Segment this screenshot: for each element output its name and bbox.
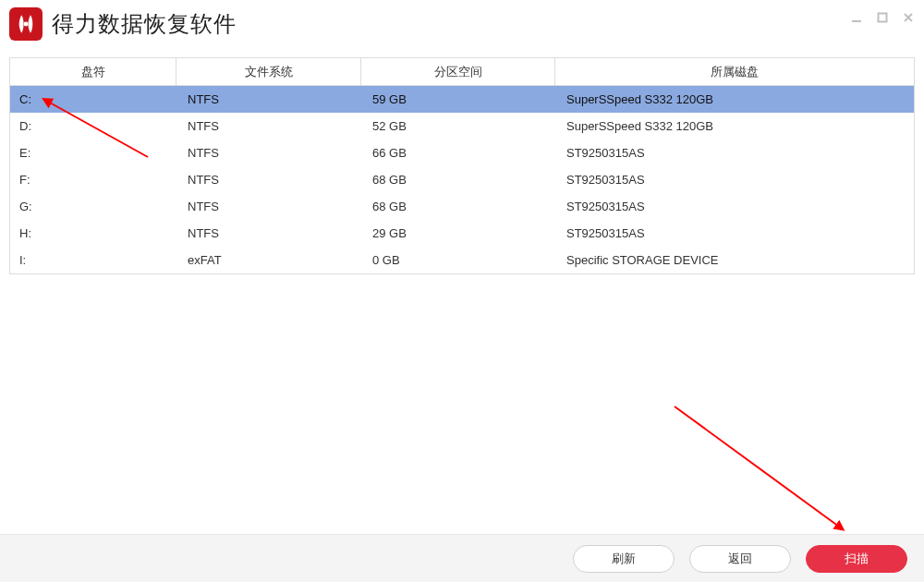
cell-drive: G: xyxy=(10,200,176,213)
app-logo-icon xyxy=(9,7,43,41)
cell-filesystem: NTFS xyxy=(176,200,361,213)
cell-size: 59 GB xyxy=(361,92,555,106)
svg-point-0 xyxy=(24,22,29,27)
cell-drive: D: xyxy=(10,119,176,133)
footer-bar: 刷新 返回 扫描 xyxy=(0,534,924,582)
table-header: 盘符 文件系统 分区空间 所属磁盘 xyxy=(10,58,914,86)
cell-size: 68 GB xyxy=(361,173,555,187)
cell-size: 0 GB xyxy=(361,253,555,267)
cell-drive: I: xyxy=(10,253,176,267)
back-button[interactable]: 返回 xyxy=(689,545,791,573)
app-window: 得力数据恢复软件 盘符 文件系统 分区空间 所属磁盘 C:NTFS59 GBSu… xyxy=(0,0,924,582)
table-row[interactable]: D:NTFS52 GBSuperSSpeed S332 120GB xyxy=(10,113,914,139)
cell-drive: E: xyxy=(10,146,176,160)
cell-filesystem: NTFS xyxy=(176,146,361,160)
table-row[interactable]: H:NTFS29 GBST9250315AS xyxy=(10,220,914,247)
col-header-drive: 盘符 xyxy=(10,58,176,86)
table-row[interactable]: C:NTFS59 GBSuperSSpeed S332 120GB xyxy=(10,86,914,113)
cell-disk: ST9250315AS xyxy=(555,226,914,240)
window-controls xyxy=(850,11,915,24)
minimize-icon[interactable] xyxy=(850,11,863,24)
col-header-size: 分区空间 xyxy=(361,58,555,86)
table-row[interactable]: G:NTFS68 GBST9250315AS xyxy=(10,193,914,220)
cell-disk: ST9250315AS xyxy=(555,200,914,213)
cell-disk: Specific STORAGE DEVICE xyxy=(555,253,914,267)
cell-filesystem: exFAT xyxy=(176,253,361,267)
table-row[interactable]: E:NTFS66 GBST9250315AS xyxy=(10,139,914,166)
cell-size: 29 GB xyxy=(361,226,555,240)
scan-button[interactable]: 扫描 xyxy=(806,545,907,573)
col-header-disk: 所属磁盘 xyxy=(555,58,914,86)
cell-size: 68 GB xyxy=(361,200,555,213)
table-row[interactable]: F:NTFS68 GBST9250315AS xyxy=(10,166,914,193)
cell-size: 52 GB xyxy=(361,119,555,133)
cell-filesystem: NTFS xyxy=(176,119,361,133)
cell-drive: F: xyxy=(10,173,176,187)
svg-rect-2 xyxy=(879,14,887,22)
cell-drive: H: xyxy=(10,226,176,240)
cell-filesystem: NTFS xyxy=(176,173,361,187)
cell-filesystem: NTFS xyxy=(176,226,361,240)
cell-filesystem: NTFS xyxy=(176,92,361,106)
refresh-button[interactable]: 刷新 xyxy=(573,545,675,573)
cell-disk: ST9250315AS xyxy=(555,173,914,187)
close-icon[interactable] xyxy=(902,11,915,24)
cell-drive: C: xyxy=(10,92,176,106)
table-row[interactable]: I:exFAT0 GBSpecific STORAGE DEVICE xyxy=(10,247,914,273)
drive-table: 盘符 文件系统 分区空间 所属磁盘 C:NTFS59 GBSuperSSpeed… xyxy=(9,57,915,274)
table-body: C:NTFS59 GBSuperSSpeed S332 120GBD:NTFS5… xyxy=(10,86,914,273)
maximize-icon[interactable] xyxy=(876,11,889,24)
cell-disk: ST9250315AS xyxy=(555,146,914,160)
cell-disk: SuperSSpeed S332 120GB xyxy=(555,119,914,133)
cell-size: 66 GB xyxy=(361,146,555,160)
col-header-filesystem: 文件系统 xyxy=(176,58,361,86)
cell-disk: SuperSSpeed S332 120GB xyxy=(555,92,914,106)
svg-line-6 xyxy=(675,406,839,527)
app-title: 得力数据恢复软件 xyxy=(52,9,237,39)
titlebar: 得力数据恢复软件 xyxy=(0,0,924,48)
